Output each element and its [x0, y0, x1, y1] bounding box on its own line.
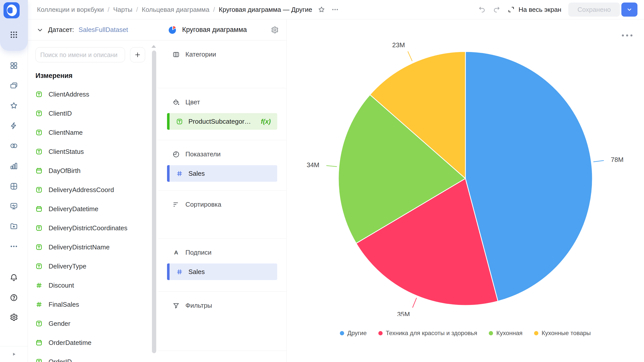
breadcrumb-more-icon[interactable]: [331, 6, 339, 13]
field-row[interactable]: DeliveryType: [28, 257, 158, 276]
slice-value-label: 35M: [397, 310, 410, 316]
field-row[interactable]: ClientID: [28, 104, 158, 123]
field-row[interactable]: DeliveryAddressCoord: [28, 180, 158, 199]
field-row[interactable]: FinalSales: [28, 295, 158, 314]
field-row[interactable]: ClientName: [28, 123, 158, 142]
field-row[interactable]: DayOfBirth: [28, 161, 158, 180]
top-bar: Коллекции и воркбуки/Чарты/Кольцевая диа…: [28, 0, 644, 19]
breadcrumb-separator: /: [136, 6, 138, 14]
chart-settings-gear-icon[interactable]: [271, 26, 279, 34]
field-chip[interactable]: ProductSubcategor…f(x): [167, 113, 277, 130]
field-chip[interactable]: Sales: [167, 263, 277, 280]
legend-label: Кухонные товары: [542, 330, 591, 337]
rail-dashboards-icon[interactable]: [0, 199, 28, 213]
labels-a-icon: A: [172, 249, 180, 256]
rail-charts-icon[interactable]: [0, 159, 28, 173]
breadcrumb-separator: /: [213, 6, 215, 14]
rail-storage-folder-icon[interactable]: [0, 219, 28, 233]
chip-label: Sales: [188, 170, 205, 177]
field-row[interactable]: OrderID: [28, 352, 158, 362]
chart-legend: ДругиеТехника для красоты и здоровьяКухо…: [287, 330, 644, 337]
legend-label: Техника для красоты и здоровья: [386, 330, 477, 337]
chart-config-panel: Круговая диаграмма КатегорииЦветProductS…: [158, 19, 287, 362]
section-header: Сортировка: [158, 191, 286, 208]
legend-item[interactable]: Кухонные товары: [534, 330, 591, 337]
type-number-icon: [35, 282, 43, 289]
rail-functions-bolt-icon[interactable]: [0, 119, 28, 133]
chart-type-header: Круговая диаграмма: [158, 19, 286, 40]
scroll-up-icon[interactable]: [151, 45, 156, 48]
chip-accent-bar: [167, 113, 170, 130]
type-text-icon: [35, 91, 43, 98]
rail-help-icon[interactable]: [0, 291, 28, 305]
field-chip[interactable]: Sales: [167, 165, 277, 182]
type-text-icon: [35, 129, 43, 136]
type-text-icon: [170, 118, 183, 125]
collapse-chevron-icon[interactable]: [36, 26, 44, 33]
fullscreen-button[interactable]: На весь экран: [507, 6, 561, 14]
rail-connections-icon[interactable]: [0, 139, 28, 153]
field-row[interactable]: DeliveryDistrictCoordinates: [28, 218, 158, 238]
field-label: ClientStatus: [49, 148, 84, 156]
field-row[interactable]: Gender: [28, 314, 158, 333]
field-row[interactable]: ClientStatus: [28, 142, 158, 161]
field-label: DeliveryDatetime: [49, 205, 98, 213]
breadcrumb-item[interactable]: Коллекции и воркбуки: [37, 6, 104, 14]
legend-item[interactable]: Кухонная: [489, 330, 522, 337]
legend-item[interactable]: Другие: [340, 330, 367, 337]
config-section-1: Категории: [158, 40, 286, 88]
dataset-name-link[interactable]: SalesFullDataset: [78, 26, 128, 34]
field-row[interactable]: OrderDatetime: [28, 333, 158, 352]
section-label: Сортировка: [185, 201, 221, 208]
section-label: Цвет: [185, 98, 200, 106]
chart-more-icon[interactable]: [622, 34, 632, 36]
type-text-icon: [35, 186, 43, 193]
fullscreen-label: На весь экран: [518, 6, 561, 14]
field-label: ClientAddress: [49, 90, 89, 98]
rail-tables-icon[interactable]: [0, 179, 28, 193]
favorite-star-icon[interactable]: [318, 6, 325, 13]
rail-favorites-star-icon[interactable]: [0, 99, 28, 113]
section-header: Категории: [158, 40, 286, 58]
scrollbar[interactable]: [152, 51, 156, 353]
field-row[interactable]: ClientAddress: [28, 85, 158, 104]
chip-accent-bar: [167, 165, 170, 182]
config-section-5: AПодписиSales: [158, 239, 286, 292]
field-row[interactable]: Discount: [28, 276, 158, 295]
legend-dot: [489, 331, 493, 335]
config-section-6: Фильтры: [158, 292, 286, 351]
breadcrumb-item[interactable]: Чарты: [113, 6, 132, 14]
datalens-logo[interactable]: [4, 2, 20, 18]
save-menu-chevron-button[interactable]: [621, 3, 637, 17]
rail-overview-grid-icon[interactable]: [0, 59, 28, 73]
saved-button[interactable]: Сохранено: [568, 3, 620, 17]
sort-lines-icon: [172, 201, 180, 208]
rail-settings-gear-icon[interactable]: [0, 310, 28, 324]
type-date-icon: [35, 167, 43, 174]
rail-more-dots-icon[interactable]: [0, 239, 28, 253]
field-row[interactable]: DeliveryDistrictName: [28, 238, 158, 257]
rail-notifications-bell-icon[interactable]: [0, 270, 28, 285]
rail-footer: [0, 346, 28, 362]
expand-sidebar-button[interactable]: [10, 350, 18, 358]
section-label: Подписи: [185, 249, 212, 256]
pie-chart-type-icon: [168, 25, 177, 34]
undo-icon[interactable]: [478, 6, 486, 13]
config-section-4: Сортировка: [158, 191, 286, 239]
dataset-header: Датасет: SalesFullDataset: [28, 19, 158, 40]
breadcrumb-item[interactable]: Кольцевая диаграмма: [142, 6, 209, 14]
dataset-panel: Датасет: SalesFullDataset Измерения Clie…: [28, 19, 158, 362]
filter-funnel-icon: [172, 302, 180, 309]
add-field-button[interactable]: [130, 47, 145, 62]
type-text-icon: [35, 224, 43, 232]
paint-bucket-icon: [172, 99, 180, 106]
chip-accent-bar: [167, 263, 170, 280]
search-input[interactable]: [35, 47, 125, 62]
redo-icon[interactable]: [493, 6, 500, 13]
rail-apps-grid-icon[interactable]: [0, 28, 28, 42]
rail-collections-icon[interactable]: [0, 78, 28, 93]
field-row[interactable]: DeliveryDatetime: [28, 199, 158, 218]
field-label: DeliveryAddressCoord: [49, 186, 114, 194]
legend-item[interactable]: Техника для красоты и здоровья: [378, 330, 477, 337]
field-label: ClientName: [49, 129, 83, 137]
